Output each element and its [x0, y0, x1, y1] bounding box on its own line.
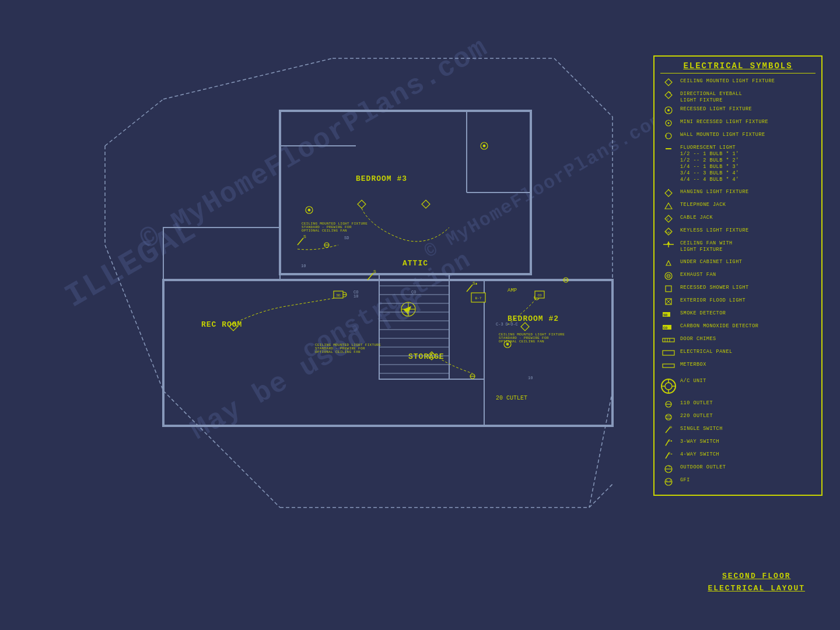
shower-label: RECESSED SHOWER LIGHT — [680, 285, 749, 291]
legend-item-shower: RECESSED SHOWER LIGHT — [660, 285, 816, 295]
legend-item-flood: EXTERIOR FLOOD LIGHT — [660, 298, 816, 308]
hanging-label: HANGING LIGHT FIXTURE — [680, 189, 749, 195]
svg-marker-27 — [521, 323, 529, 331]
svg-text:OPTIONAL CEILING FAN: OPTIONAL CEILING FAN — [302, 229, 347, 233]
svg-text:20 CUTLET: 20 CUTLET — [496, 395, 527, 401]
fluorescent-symbol — [660, 145, 677, 153]
legend-item-cable: c CABLE JACK — [660, 215, 816, 225]
svg-text:10: 10 — [301, 264, 306, 268]
legend-item-ac: A/C UNIT — [660, 378, 816, 394]
outdoor-symbol — [660, 464, 677, 474]
svg-point-129 — [665, 383, 672, 390]
legend-item-220: 220 OUTLET — [660, 413, 816, 424]
legend-item-ceiling: CEILING MOUNTED LIGHT FIXTURE — [660, 78, 816, 89]
under-cabinet-label: UNDER CABINET LIGHT — [680, 259, 742, 265]
svg-text:ATTIC: ATTIC — [402, 259, 428, 268]
chimes-label: DOOR CHIMES — [680, 336, 716, 342]
ac-symbol — [660, 378, 677, 394]
svg-text:SD: SD — [336, 293, 341, 298]
ac-label: A/C UNIT — [680, 378, 706, 384]
legend-item-fluorescent: FLUORESCENT LIGHT1/2 -- 1 BULB * 1'1/2 -… — [660, 145, 816, 183]
cable-symbol: c — [660, 215, 677, 223]
svg-text:S: S — [303, 234, 306, 239]
exhaust-label: EXHAUST FAN — [680, 272, 716, 278]
fluorescent-label: FLUORESCENT LIGHT1/2 -- 1 BULB * 1'1/2 -… — [680, 145, 739, 183]
legend-item-mini-recessed: MINI RECESSED LIGHT FIXTURE — [660, 119, 816, 130]
panel-label: ELECTRICAL PANEL — [680, 349, 733, 355]
legend-item-4way: S₄ 4-WAY SWITCH — [660, 452, 816, 462]
svg-text:10: 10 — [354, 294, 358, 299]
floor-plan-svg: .wall { stroke: #8899bb; stroke-width: 2… — [29, 29, 642, 554]
phone-label: TELEPHONE JACK — [680, 202, 726, 208]
ceiling-light-label: CEILING MOUNTED LIGHT FIXTURE — [680, 78, 775, 85]
svg-rect-12 — [163, 228, 280, 280]
svg-point-30 — [308, 209, 310, 211]
meter-symbol — [660, 362, 677, 370]
4way-symbol: S₄ — [660, 452, 677, 460]
svg-line-1 — [554, 58, 612, 117]
svg-marker-102 — [665, 203, 672, 209]
legend-item-smoke: SD SMOKE DETECTOR — [660, 310, 816, 321]
svg-text:SD: SD — [663, 313, 668, 317]
svg-text:S₃: S₃ — [473, 281, 477, 286]
shower-symbol — [660, 285, 677, 293]
hanging-symbol — [660, 189, 677, 197]
svg-point-96 — [668, 123, 670, 124]
svg-text:CO: CO — [411, 290, 416, 295]
svg-rect-122 — [663, 338, 674, 342]
outlet-110-label: 110 OUTLET — [680, 400, 713, 407]
svg-marker-90 — [665, 79, 672, 86]
legend-item-3way: S₃ 3-WAY SWITCH — [660, 439, 816, 449]
svg-text:OPTIONAL CEILING FAN: OPTIONAL CEILING FAN — [499, 340, 544, 344]
outlet-220-label: 220 OUTLET — [680, 413, 713, 419]
meter-label: METERBOX — [680, 362, 706, 368]
gfi-symbol — [660, 477, 677, 487]
legend-item-gfi: GFI — [660, 477, 816, 488]
legend-item-recessed: RECESSED LIGHT FIXTURE — [660, 106, 816, 117]
legend-item-meter: METERBOX — [660, 362, 816, 372]
svg-marker-100 — [665, 190, 672, 197]
svg-marker-110 — [666, 261, 671, 265]
single-switch-label: SINGLE SWITCH — [680, 426, 723, 432]
co-label: CARBON MONOXIDE DETECTOR — [680, 323, 758, 330]
outlet-110-symbol — [660, 400, 677, 408]
legend-item-outdoor: OUTDOOR OUTLET — [660, 464, 816, 475]
legend-item-keyless: key KEYLESS LIGHT FIXTURE — [660, 228, 816, 238]
svg-text:CO: CO — [354, 290, 358, 295]
legend-item-110: 110 OUTLET — [660, 400, 816, 411]
svg-rect-114 — [666, 286, 671, 292]
mini-recessed-label: MINI RECESSED LIGHT FIXTURE — [680, 119, 768, 125]
svg-marker-109 — [667, 242, 670, 244]
recessed-label: RECESSED LIGHT FIXTURE — [680, 106, 752, 113]
legend-panel: ELECTRICAL SYMBOLS CEILING MOUNTED LIGHT… — [653, 55, 822, 496]
svg-text:SD: SD — [344, 236, 349, 240]
svg-point-32 — [483, 145, 485, 147]
svg-text:AMP: AMP — [508, 288, 517, 293]
smoke-symbol: SD — [660, 310, 677, 318]
blueprint-container: © MyHomeFloorPlans.com ILLEGAL May be us… — [0, 0, 840, 630]
svg-rect-127 — [663, 364, 674, 368]
keyless-symbol: key — [660, 228, 677, 236]
mini-recessed-symbol — [660, 119, 677, 127]
single-switch-symbol: S — [660, 426, 677, 434]
keyless-label: KEYLESS LIGHT FIXTURE — [680, 228, 749, 234]
ceiling-fan-label: CEILING FAN WITHLIGHT FIXTURE — [680, 240, 733, 253]
under-cabinet-symbol — [660, 259, 677, 267]
eyeball-symbol — [660, 91, 677, 99]
svg-line-10 — [105, 99, 163, 146]
legend-item-under-cabinet: UNDER CABINET LIGHT — [660, 259, 816, 270]
bedroom3-label: BEDROOM #3 — [356, 174, 407, 183]
co-symbol: CO — [660, 323, 677, 331]
ceiling-light-symbol — [660, 78, 677, 86]
svg-text:S: S — [670, 426, 672, 429]
floor-title-line1: SECOND FLOOR — [722, 572, 791, 580]
cable-label: CABLE JACK — [680, 215, 713, 221]
svg-marker-91 — [665, 92, 672, 99]
chimes-symbol — [660, 336, 677, 344]
phone-symbol — [660, 202, 677, 210]
svg-line-3 — [163, 391, 280, 508]
legend-item-hanging: HANGING LIGHT FIXTURE — [660, 189, 816, 200]
svg-marker-24 — [358, 200, 366, 208]
legend-title: ELECTRICAL SYMBOLS — [660, 61, 816, 74]
legend-item-eyeball: DIRECTIONAL EYEBALLLIGHT FIXTURE — [660, 91, 816, 104]
